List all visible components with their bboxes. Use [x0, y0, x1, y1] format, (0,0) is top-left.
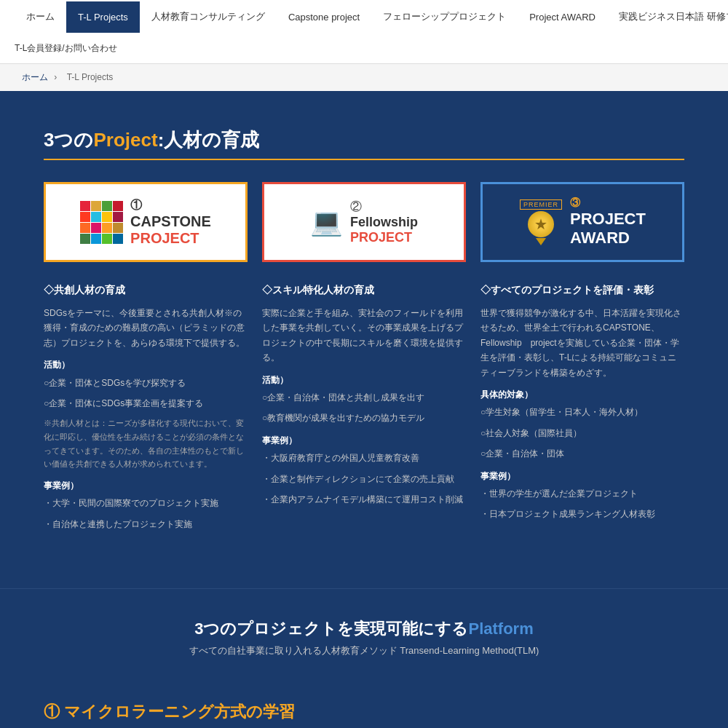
capstone-card-image: ① CAPSTONE PROJECT — [44, 182, 248, 262]
award-card: PREMIER ★ ③ PROJECT AWARD — [480, 182, 684, 262]
fellowship-card: 💻 ② Fellowship PROJECT — [262, 182, 466, 262]
award-card-image: PREMIER ★ ③ PROJECT AWARD — [480, 182, 684, 262]
platform-title: 3つのプロジェクトを実現可能にするPlatform — [44, 618, 684, 640]
section-title: 3つのProject:人材の育成 — [44, 127, 684, 153]
nav-consulting[interactable]: 人材教育コンサルティング — [140, 0, 277, 33]
breadcrumb-current: T-L Projects — [67, 72, 114, 82]
sdg-grid — [80, 201, 123, 244]
hero-section: 3つのProject:人材の育成 ① CAPSTONE PROJECT — [0, 91, 728, 588]
platform-subtitle: すべての自社事業に取り入れる人材教育メソッド Transend-Learning… — [44, 644, 684, 657]
descriptions-row: ◇共創人材の育成 SDGsをテーマに、今後重要とされる共創人材※の獲得・育成のた… — [44, 284, 684, 537]
nav-home[interactable]: ホーム — [15, 0, 66, 33]
nav-capstone[interactable]: Capstone project — [277, 1, 371, 33]
nav-bottom-row: T-L会員登録/お問い合わせ — [0, 33, 728, 63]
nav-membership[interactable]: T-L会員登録/お問い合わせ — [15, 38, 713, 59]
award-description: ◇すべてのプロジェクトを評価・表彰 世界で獲得競争が激化する中、日本活躍を実現化… — [480, 284, 684, 537]
navigation: ホーム T-L Projects 人材教育コンサルティング Capstone p… — [0, 0, 728, 64]
breadcrumb: ホーム › T-L Projects — [0, 64, 728, 91]
nav-business-japanese[interactable]: 実践ビジネス日本語 研修プログラム — [607, 0, 728, 33]
capstone-description: ◇共創人材の育成 SDGsをテーマに、今後重要とされる共創人材※の獲得・育成のた… — [44, 284, 248, 537]
learning-section: ① マイクロラーニング方式の学習 マイクロラーニング（ML）は、1回数分程の動画… — [0, 679, 728, 728]
breadcrumb-home[interactable]: ホーム — [22, 72, 48, 82]
award-medal-icon: PREMIER ★ — [519, 200, 563, 244]
fellowship-card-image: 💻 ② Fellowship PROJECT — [262, 182, 466, 262]
platform-section: 3つのプロジェクトを実現可能にするPlatform すべての自社事業に取り入れる… — [0, 588, 728, 679]
nav-top-row: ホーム T-L Projects 人材教育コンサルティング Capstone p… — [0, 0, 728, 33]
learning-title: ① マイクロラーニング方式の学習 — [44, 701, 684, 723]
nav-award[interactable]: Project AWARD — [518, 1, 607, 33]
fellowship-description: ◇スキル特化人材の育成 実際に企業と手を組み、実社会のフィールドを利用した事業を… — [262, 284, 466, 537]
title-underline — [44, 159, 684, 160]
nav-fellowship[interactable]: フェローシッププロジェクト — [371, 0, 518, 33]
nav-tl-projects[interactable]: T-L Projects — [66, 1, 140, 33]
laptop-icon: 💻 — [310, 207, 343, 237]
capstone-card: ① CAPSTONE PROJECT — [44, 182, 248, 262]
project-cards-row: ① CAPSTONE PROJECT 💻 ② Fellowship PROJEC… — [44, 182, 684, 262]
